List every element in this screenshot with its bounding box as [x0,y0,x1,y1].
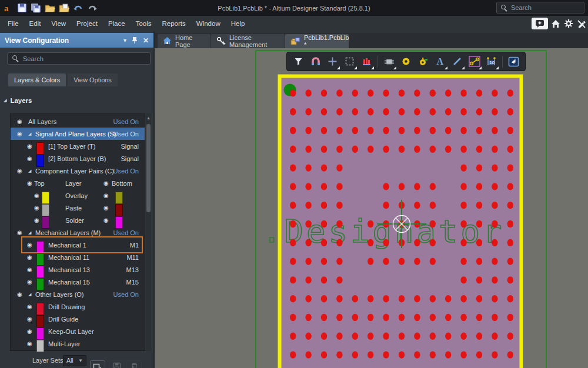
pad[interactable] [507,127,513,134]
pad[interactable] [383,239,389,246]
pad[interactable] [290,127,296,134]
layer-group-row[interactable]: ◉ All LayersUsed On [11,115,145,128]
scrollbar-thumb[interactable] [146,124,151,212]
pad[interactable] [336,164,342,171]
pad[interactable] [305,295,311,302]
pad[interactable] [336,89,342,96]
menu-place[interactable]: Place [103,16,131,31]
pad[interactable] [476,333,482,340]
pad[interactable] [476,127,482,134]
pad[interactable] [507,202,513,209]
pad[interactable] [368,127,373,134]
pad[interactable] [368,89,373,96]
visibility-eye-icon[interactable]: ◉ [103,177,109,189]
layer-color-swatch[interactable] [36,340,44,352]
dropdown-triangle-icon[interactable] [371,66,374,69]
dropdown-triangle-icon[interactable] [462,66,465,69]
pad[interactable] [492,146,497,153]
pad[interactable] [492,127,497,134]
scroll-up-icon[interactable]: ▲ [146,116,151,120]
pad[interactable] [336,295,342,302]
pad[interactable] [460,108,466,115]
pad[interactable] [336,257,342,265]
pad[interactable] [305,164,311,171]
pad[interactable] [352,314,358,321]
pad[interactable] [383,108,389,115]
pad[interactable] [321,164,327,171]
visibility-eye-icon[interactable]: ◉ [17,226,22,239]
pad[interactable] [476,220,482,228]
dropdown-triangle-icon[interactable] [393,66,396,69]
layer-row[interactable]: ◉ [1] Top Layer (T)Signal [11,140,145,152]
menu-project[interactable]: Project [71,16,103,31]
pad[interactable] [460,295,466,302]
pad[interactable] [336,146,342,153]
pad[interactable] [321,89,327,96]
visibility-eye-icon[interactable]: ◉ [17,128,22,140]
pad[interactable] [368,295,373,302]
redo-icon[interactable] [86,2,99,15]
pad[interactable] [507,164,513,171]
pad[interactable] [492,164,497,171]
visibility-eye-icon[interactable]: ◉ [17,115,22,128]
pad[interactable] [507,239,513,246]
pad[interactable] [290,295,296,302]
pad[interactable] [492,108,497,115]
dropdown-triangle-icon[interactable] [337,66,340,69]
pad[interactable] [492,333,497,340]
pad[interactable] [430,220,436,228]
pad[interactable] [336,351,342,358]
pad[interactable] [430,314,436,321]
doc-tab-1[interactable]: License Management [211,34,285,48]
pad[interactable] [399,108,405,115]
pad[interactable] [476,89,482,96]
pad[interactable] [352,108,358,115]
layer-kind-label[interactable]: Used On [92,226,139,239]
pad[interactable] [305,127,311,134]
visibility-eye-icon[interactable]: ◉ [34,189,39,202]
visibility-eye-icon[interactable]: ◉ [27,140,32,152]
pad[interactable] [476,314,482,321]
pad[interactable] [290,183,296,190]
layer-row[interactable]: ◉ Mechanical 13M13 [11,263,145,276]
pad[interactable] [321,146,327,153]
pad[interactable] [414,314,420,321]
pad[interactable] [290,220,296,228]
pad[interactable] [414,295,420,302]
pad[interactable] [476,183,482,190]
dropdown-triangle-icon[interactable] [354,66,357,69]
pad[interactable] [383,351,389,358]
pad[interactable] [460,202,466,209]
pad[interactable] [305,108,311,115]
pad[interactable] [352,333,358,340]
visibility-eye-icon[interactable]: ◉ [34,214,39,226]
layer-pair-row[interactable]: ◉ Solder ◉ [11,214,145,226]
pad[interactable] [460,220,466,228]
pad[interactable] [290,276,296,283]
visibility-eye-icon[interactable]: ◉ [27,313,32,325]
pad[interactable] [492,89,497,96]
visibility-eye-icon[interactable]: ◉ [17,288,22,300]
pad[interactable] [399,127,405,134]
visibility-eye-icon[interactable]: ◉ [27,325,32,337]
layer-row[interactable]: ◉ Drill Drawing [11,300,145,313]
pcb-canvas[interactable]: .Designator [155,48,588,368]
pad[interactable] [460,164,466,171]
pad[interactable] [321,276,327,283]
pad-tool-icon[interactable] [398,53,414,69]
pad[interactable] [336,202,342,209]
pad[interactable] [336,183,342,190]
visibility-eye-icon[interactable]: ◉ [34,202,39,214]
pad[interactable] [507,183,513,190]
layer-group-row[interactable]: ◉ ◢ Signal And Plane Layers (S)Used On [11,128,145,140]
visibility-eye-icon[interactable]: ◉ [27,263,32,276]
pad[interactable] [476,351,482,358]
pad[interactable] [399,183,405,190]
pad[interactable] [321,220,327,228]
layer-row[interactable]: ◉ Multi-Layer [11,337,145,350]
pad[interactable] [414,183,420,190]
pad[interactable] [476,108,482,115]
menu-view[interactable]: View [46,16,71,31]
expand-triangle-icon[interactable]: ◢ [28,288,31,300]
dropdown-triangle-icon[interactable] [445,66,447,69]
